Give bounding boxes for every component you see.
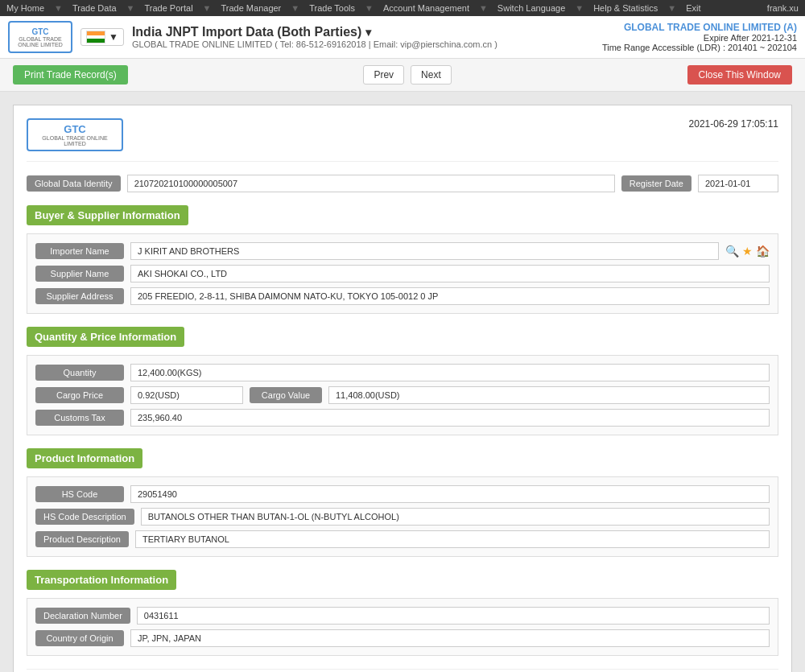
cargo-value-label: Cargo Value xyxy=(250,387,322,403)
page-title-dropdown[interactable]: ▾ xyxy=(365,26,371,39)
record-logo-sub: GLOBAL TRADE ONLINE LIMITED xyxy=(35,135,115,146)
supplier-name-row: Supplier Name AKI SHOKAI CO., LTD xyxy=(35,265,770,282)
prev-button[interactable]: Prev xyxy=(363,65,404,85)
main-content: GTC GLOBAL TRADE ONLINE LIMITED 2021-06-… xyxy=(0,92,805,672)
importer-name-label: Importer Name xyxy=(35,243,124,259)
brand-name: GLOBAL TRADE ONLINE LIMITED (A) xyxy=(602,22,797,33)
country-of-origin-label: Country of Origin xyxy=(35,630,124,646)
nav-trade-data[interactable]: Trade Data xyxy=(72,3,117,13)
importer-name-row: Importer Name J KIRIT AND BROTHERS 🔍 ★ 🏠 xyxy=(35,242,770,260)
header-left: GTC GLOBAL TRADE ONLINE LIMITED ▼ India … xyxy=(8,21,497,53)
register-date-value: 2021-01-01 xyxy=(698,175,778,192)
hs-code-description-row: HS Code Description BUTANOLS OTHER THAN … xyxy=(35,508,770,526)
page-title: India JNPT Import Data (Both Parties) ▾ xyxy=(132,25,497,39)
nav-help-statistics[interactable]: Help & Statistics xyxy=(593,3,658,13)
global-data-identity-label: Global Data Identity xyxy=(27,175,121,192)
record-header: GTC GLOBAL TRADE ONLINE LIMITED 2021-06-… xyxy=(27,118,778,162)
print-button[interactable]: Print Trade Record(s) xyxy=(13,65,128,85)
toolbar-left: Print Trade Record(s) xyxy=(13,65,128,85)
quantity-label: Quantity xyxy=(35,365,124,381)
india-flag xyxy=(86,31,105,43)
toolbar-nav: Prev Next xyxy=(363,65,451,85)
customs-tax-label: Customs Tax xyxy=(35,410,124,426)
flag-dropdown-arrow: ▼ xyxy=(109,31,118,43)
cargo-value-value: 11,408.00(USD) xyxy=(328,386,770,404)
quantity-price-section-body: Quantity 12,400.00(KGS) Cargo Price 0.92… xyxy=(27,355,778,435)
page-subtitle: GLOBAL TRADE ONLINE LIMITED ( Tel: 86-51… xyxy=(132,39,497,49)
buyer-supplier-section: Buyer & Supplier Information Importer Na… xyxy=(27,205,778,314)
top-navigation: My Home ▼ Trade Data ▼ Trade Portal ▼ Tr… xyxy=(0,0,805,16)
nav-trade-tools[interactable]: Trade Tools xyxy=(309,3,355,13)
cargo-price-value: 0.92(USD) xyxy=(130,386,243,404)
nav-trade-portal[interactable]: Trade Portal xyxy=(144,3,192,13)
global-data-identity-value: 210720210100000005007 xyxy=(127,175,615,192)
page-title-area: India JNPT Import Data (Both Parties) ▾ … xyxy=(132,25,497,49)
user-name: frank.xu xyxy=(767,3,799,13)
record-logo-text: GTC xyxy=(35,123,115,135)
product-section-body: HS Code 29051490 HS Code Description BUT… xyxy=(27,476,778,557)
record-card: GTC GLOBAL TRADE ONLINE LIMITED 2021-06-… xyxy=(13,105,792,672)
nav-items: My Home ▼ Trade Data ▼ Trade Portal ▼ Tr… xyxy=(6,3,700,13)
expire-info: Expire After 2021-12-31 xyxy=(602,33,797,43)
logo-sub: GLOBAL TRADE ONLINE LIMITED xyxy=(10,36,71,47)
record-footer: India JNPT Import Data (Both Parties) 1 … xyxy=(27,669,778,672)
customs-tax-value: 235,960.40 xyxy=(130,409,770,427)
close-window-button[interactable]: Close This Window xyxy=(687,65,792,85)
declaration-number-label: Declaration Number xyxy=(35,608,130,624)
hs-code-description-value: BUTANOLS OTHER THAN BUTAN-1-OL (N-BUTYL … xyxy=(141,508,770,526)
hs-code-row: HS Code 29051490 xyxy=(35,485,770,503)
data-identity-row: Global Data Identity 2107202101000000050… xyxy=(27,175,778,192)
logo-text: GTC xyxy=(10,27,71,36)
register-date-label: Register Date xyxy=(621,175,691,192)
flag-selector[interactable]: ▼ xyxy=(80,28,124,46)
record-timestamp: 2021-06-29 17:05:11 xyxy=(689,118,778,130)
nav-trade-manager[interactable]: Trade Manager xyxy=(221,3,281,13)
logo-box: GTC GLOBAL TRADE ONLINE LIMITED xyxy=(8,21,72,53)
toolbar-right: Close This Window xyxy=(687,65,792,85)
nav-account-management[interactable]: Account Management xyxy=(383,3,469,13)
customs-tax-row: Customs Tax 235,960.40 xyxy=(35,409,770,427)
cargo-price-row: Cargo Price 0.92(USD) Cargo Value 11,408… xyxy=(35,386,770,404)
product-description-row: Product Description TERTIARY BUTANOL xyxy=(35,530,770,548)
transportation-section-body: Declaration Number 0431611 Country of Or… xyxy=(27,598,778,656)
product-section-header: Product Information xyxy=(27,448,142,468)
header-right: GLOBAL TRADE ONLINE LIMITED (A) Expire A… xyxy=(602,22,797,52)
top-toolbar: Print Trade Record(s) Prev Next Close Th… xyxy=(0,59,805,92)
supplier-address-label: Supplier Address xyxy=(35,288,124,304)
hs-code-label: HS Code xyxy=(35,486,124,502)
supplier-name-value: AKI SHOKAI CO., LTD xyxy=(130,265,770,282)
buyer-supplier-section-header: Buyer & Supplier Information xyxy=(27,205,188,225)
importer-icons: 🔍 ★ 🏠 xyxy=(725,245,770,258)
product-section: Product Information HS Code 29051490 HS … xyxy=(27,448,778,557)
star-icon[interactable]: ★ xyxy=(742,245,753,258)
next-button[interactable]: Next xyxy=(411,65,452,85)
buyer-supplier-section-body: Importer Name J KIRIT AND BROTHERS 🔍 ★ 🏠… xyxy=(27,233,778,314)
supplier-address-row: Supplier Address 205 FREEDIO, 2-8-11, SH… xyxy=(35,287,770,305)
country-of-origin-value: JP, JPN, JAPAN xyxy=(130,629,770,647)
logo-area: GTC GLOBAL TRADE ONLINE LIMITED xyxy=(8,21,72,53)
home-icon[interactable]: 🏠 xyxy=(756,245,770,258)
hs-code-description-label: HS Code Description xyxy=(35,509,134,525)
nav-exit[interactable]: Exit xyxy=(686,3,700,13)
product-description-label: Product Description xyxy=(35,531,129,547)
record-logo-box: GTC GLOBAL TRADE ONLINE LIMITED xyxy=(27,118,123,151)
declaration-number-value: 0431611 xyxy=(137,607,770,625)
nav-switch-language[interactable]: Switch Language xyxy=(497,3,565,13)
quantity-row: Quantity 12,400.00(KGS) xyxy=(35,364,770,381)
transportation-section-header: Transportation Information xyxy=(27,570,176,590)
transportation-section: Transportation Information Declaration N… xyxy=(27,570,778,656)
page-header: GTC GLOBAL TRADE ONLINE LIMITED ▼ India … xyxy=(0,16,805,59)
product-description-value: TERTIARY BUTANOL xyxy=(135,530,770,548)
search-icon[interactable]: 🔍 xyxy=(725,245,739,258)
declaration-number-row: Declaration Number 0431611 xyxy=(35,607,770,625)
supplier-name-label: Supplier Name xyxy=(35,266,124,282)
quantity-value: 12,400.00(KGS) xyxy=(130,364,770,381)
importer-name-value: J KIRIT AND BROTHERS xyxy=(130,242,719,260)
hs-code-value: 29051490 xyxy=(130,485,770,503)
country-of-origin-row: Country of Origin JP, JPN, JAPAN xyxy=(35,629,770,647)
time-range: Time Range Accessible (LDR) : 201401 ~ 2… xyxy=(602,43,797,52)
cargo-price-label: Cargo Price xyxy=(35,387,124,403)
quantity-price-section-header: Quantity & Price Information xyxy=(27,327,184,347)
nav-my-home[interactable]: My Home xyxy=(6,3,44,13)
quantity-price-section: Quantity & Price Information Quantity 12… xyxy=(27,327,778,435)
